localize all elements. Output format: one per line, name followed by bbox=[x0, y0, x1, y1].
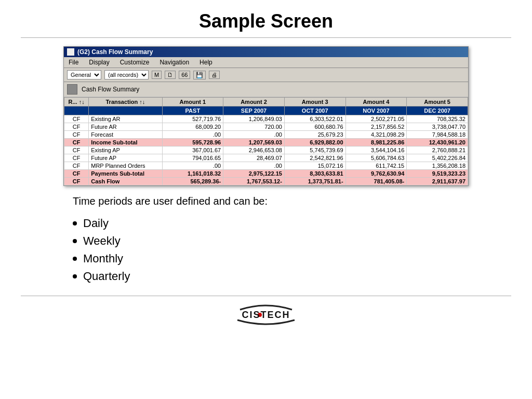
bullet-dot bbox=[73, 257, 77, 261]
window-icon bbox=[67, 48, 74, 56]
bullet-dot bbox=[73, 239, 77, 243]
table-row: CFPayments Sub-total1,161,018.322,975,12… bbox=[64, 170, 468, 178]
table-header-row1: R... ↑↓ Transaction ↑↓ Amount 1 Amount 2… bbox=[64, 98, 468, 107]
cell-a3: 6,929,882.00 bbox=[284, 139, 345, 147]
cell-a4: 3,544,104.16 bbox=[345, 147, 407, 154]
subheader-past: PAST bbox=[162, 107, 223, 115]
list-item-label: Weekly bbox=[83, 234, 121, 248]
toolbar-btn-3[interactable]: 💾 bbox=[193, 71, 206, 79]
cell-r: CF bbox=[64, 115, 89, 123]
cell-r: CF bbox=[64, 147, 89, 154]
list-item-label: Quarterly bbox=[83, 270, 130, 283]
cell-a4: 781,405.08- bbox=[345, 178, 407, 185]
window-title: (G2) Cash Flow Summary bbox=[77, 48, 153, 56]
cell-a5: 1,356,208.18 bbox=[407, 162, 468, 170]
cell-a5: 7,984,588.18 bbox=[407, 131, 468, 139]
cell-a1: 794,016.65 bbox=[162, 154, 223, 162]
cell-trans: Future AP bbox=[89, 154, 162, 162]
table-header-row2: PAST SEP 2007 OCT 2007 NOV 2007 DEC 2007 bbox=[64, 107, 468, 115]
menu-help[interactable]: Help bbox=[198, 58, 214, 66]
cell-a1: .00 bbox=[162, 131, 223, 139]
cell-a5: 3,738,047.70 bbox=[407, 123, 468, 131]
cell-r: CF bbox=[64, 170, 89, 178]
cell-a1: 527,719.76 bbox=[162, 115, 223, 123]
page-title: Sample Screen bbox=[0, 0, 532, 37]
table-row: CFIncome Sub-total595,728.961,207,569.03… bbox=[64, 139, 468, 147]
cell-trans: Forecast bbox=[89, 131, 162, 139]
cell-a2: .00 bbox=[223, 162, 285, 170]
menu-display[interactable]: Display bbox=[87, 58, 111, 66]
cell-r: CF bbox=[64, 154, 89, 162]
records-dropdown[interactable]: (all records) bbox=[104, 70, 149, 79]
cell-a3: 25,679.23 bbox=[284, 131, 345, 139]
svg-text:CISTECH: CISTECH bbox=[242, 310, 290, 320]
cell-a4: 8,981,225.86 bbox=[345, 139, 407, 147]
toolbar-btn-2[interactable]: 66 bbox=[179, 71, 190, 79]
cell-a2: 1,206,849.03 bbox=[223, 115, 285, 123]
cell-a1: .00 bbox=[162, 162, 223, 170]
list-item: Quarterly bbox=[73, 268, 490, 285]
cell-r: CF bbox=[64, 123, 89, 131]
menu-file[interactable]: File bbox=[67, 58, 80, 66]
menu-navigation[interactable]: Navigation bbox=[158, 58, 191, 66]
cell-a4: 5,606,784.63 bbox=[345, 154, 407, 162]
cell-a1: 367,001.67 bbox=[162, 147, 223, 154]
general-dropdown[interactable]: General bbox=[67, 70, 101, 79]
cistech-logo: CISTECH bbox=[224, 300, 308, 329]
table-row: CFExisting AP367,001.672,946,653.085,745… bbox=[64, 147, 468, 154]
col-header-amt2: Amount 2 bbox=[223, 98, 285, 107]
cell-trans: Payments Sub-total bbox=[89, 170, 162, 178]
cell-trans: MRP Planned Orders bbox=[89, 162, 162, 170]
cell-a5: 5,402,226.84 bbox=[407, 154, 468, 162]
cell-trans: Future AR bbox=[89, 123, 162, 131]
cell-trans: Existing AP bbox=[89, 147, 162, 154]
cell-a5: 708,325.32 bbox=[407, 115, 468, 123]
cell-a1: 565,289.36- bbox=[162, 178, 223, 185]
table-row: CFFuture AP794,016.6528,469.072,542,821.… bbox=[64, 154, 468, 162]
cell-trans: Cash Flow bbox=[89, 178, 162, 185]
table-row: CFCash Flow565,289.36-1,767,553.12-1,373… bbox=[64, 178, 468, 185]
cell-a3: 5,745,739.69 bbox=[284, 147, 345, 154]
cell-a2: .00 bbox=[223, 131, 285, 139]
cell-a5: 12,430,961.20 bbox=[407, 139, 468, 147]
cell-a4: 4,321,098.29 bbox=[345, 131, 407, 139]
cell-r: CF bbox=[64, 131, 89, 139]
logo-area: CISTECH bbox=[0, 296, 532, 335]
col-header-trans: Transaction ↑↓ bbox=[89, 98, 162, 107]
window-container: (G2) Cash Flow Summary File Display Cust… bbox=[63, 46, 469, 186]
table-row: CFForecast.00.0025,679.234,321,098.297,9… bbox=[64, 131, 468, 139]
cell-a3: 2,542,821.96 bbox=[284, 154, 345, 162]
time-periods-intro: Time periods are user defined and can be… bbox=[73, 195, 490, 207]
window-subheader: Cash Flow Summary bbox=[64, 82, 468, 97]
cell-a4: 611,742.15 bbox=[345, 162, 407, 170]
subheader-r bbox=[64, 107, 89, 115]
table-row: CFMRP Planned Orders.00.0015,072.16611,7… bbox=[64, 162, 468, 170]
subheader-nov: NOV 2007 bbox=[345, 107, 407, 115]
col-header-r: R... ↑↓ bbox=[64, 98, 89, 107]
cell-a2: 28,469.07 bbox=[223, 154, 285, 162]
window-titlebar: (G2) Cash Flow Summary bbox=[64, 47, 468, 57]
cell-r: CF bbox=[64, 178, 89, 185]
cell-a3: 6,303,522.01 bbox=[284, 115, 345, 123]
cell-trans: Income Sub-total bbox=[89, 139, 162, 147]
bottom-content: Time periods are user defined and can be… bbox=[0, 186, 532, 290]
list-item: Weekly bbox=[73, 232, 490, 250]
toolbar-btn-search[interactable]: M bbox=[152, 71, 162, 79]
bullet-dot bbox=[73, 274, 77, 278]
cell-a2: 720.00 bbox=[223, 123, 285, 131]
cell-a4: 9,762,630.94 bbox=[345, 170, 407, 178]
subheader-oct: OCT 2007 bbox=[284, 107, 345, 115]
bullet-list: DailyWeeklyMonthlyQuarterly bbox=[73, 215, 490, 285]
toolbar-btn-4[interactable]: 🖨 bbox=[209, 71, 220, 79]
table-row: CFFuture AR68,009.20720.00600,680.762,15… bbox=[64, 123, 468, 131]
subheader-sep: SEP 2007 bbox=[223, 107, 285, 115]
cell-a3: 600,680.76 bbox=[284, 123, 345, 131]
cell-a2: 2,946,653.08 bbox=[223, 147, 285, 154]
cell-a5: 2,760,888.21 bbox=[407, 147, 468, 154]
window-menubar: File Display Customize Navigation Help bbox=[64, 57, 468, 68]
cell-a4: 2,157,856.52 bbox=[345, 123, 407, 131]
list-item-label: Daily bbox=[83, 217, 109, 230]
toolbar-btn-1[interactable]: 🗋 bbox=[165, 71, 176, 79]
menu-customize[interactable]: Customize bbox=[118, 58, 151, 66]
cell-a2: 1,767,553.12- bbox=[223, 178, 285, 185]
